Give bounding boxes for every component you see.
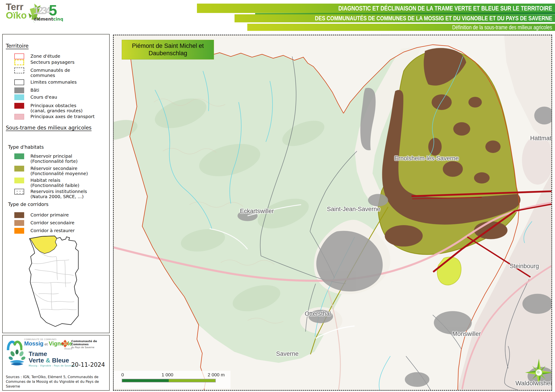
- place-label-waldolwisheim: Waldolwisheim: [515, 380, 552, 387]
- tvb-leaves-icon: [7, 349, 26, 368]
- pays-de-saverne-logo: Communauté de Communes du Pays de Savern…: [60, 339, 109, 350]
- saverne-diamonds-icon: [60, 339, 70, 350]
- corridor-restaurer-swatch: [14, 228, 24, 234]
- scale-bar: 0 1 000 2 000 m: [114, 371, 231, 389]
- legend-label: Réservoir secondaire(Fonctionnalité moye…: [30, 166, 88, 176]
- reservoir-principal-swatch: [14, 153, 24, 159]
- legend-label: Principaux axes de transport: [30, 114, 95, 119]
- element5-five: 5: [49, 2, 57, 19]
- terroiko-oiko: Oïko: [6, 10, 27, 21]
- legend-item-axes: Principaux axes de transport: [14, 114, 108, 125]
- legend-item-obstacles: Principaux obstacles(canal, grandes rout…: [14, 103, 108, 114]
- zone-etude-swatch: [14, 53, 24, 59]
- header: Terr Oïko 12345 élémentcinq DIAGNOSTIC E…: [0, 0, 555, 34]
- bati-swatch: [14, 87, 24, 93]
- banner-line3-text: Définition de la sous-trame des milieux …: [452, 24, 555, 31]
- place-label-eckartswiller: Eckartswiller: [240, 208, 274, 215]
- banner-line3: Définition de la sous-trame des milieux …: [247, 24, 555, 31]
- inset-locator-map: [11, 235, 79, 330]
- place-label-hattmatt: Hattmatt: [530, 135, 552, 142]
- map-canvas: [114, 35, 551, 390]
- legend-item-habitat-relais: Habitat relais(Fonctionnalité faible): [14, 178, 108, 189]
- place-label-monswiller: Monswiller: [452, 330, 481, 337]
- map-sector-title: Piémont de Saint Michel et Daubenschlag: [122, 40, 214, 59]
- scale-bar-first-half: [122, 379, 169, 382]
- legend-label: Corridor à restaurer: [30, 228, 75, 233]
- legend-territoire-title: Territoire: [6, 43, 29, 49]
- terroiko-wordmark: Terr Oïko: [6, 3, 27, 21]
- reservoirs-institutionnels-swatch: [14, 189, 24, 194]
- legend-label: Corridor secondaire: [30, 220, 74, 225]
- legend-corridors-title: Type de corridors: [8, 202, 49, 207]
- legend-label: Limites communales: [30, 80, 77, 85]
- element5-name: élémentcinq: [34, 17, 63, 21]
- legend-label: Cours d'eau: [30, 95, 57, 100]
- credits-panel: communauté de communes Mossig et Vignobl…: [2, 335, 110, 391]
- legend-label: Zone d'étude: [30, 54, 60, 59]
- saverne-wordmark: Communauté de Communes du Pays de Savern…: [71, 340, 109, 349]
- scale-zero: 0: [121, 372, 124, 378]
- element5-logo: 12345 élémentcinq: [34, 2, 63, 21]
- banner-line2-text: DES COMMUNAUTÉS DE COMMUNES DE LA MOSSIG…: [315, 15, 555, 22]
- communautes-communes-swatch: [14, 68, 24, 73]
- mossig-m-icon: [6, 338, 22, 350]
- scale-bar-second-half: [169, 379, 215, 382]
- scale-end: 2 000 m: [208, 372, 225, 378]
- legend-label: Principaux obstacles(canal, grandes rout…: [30, 103, 83, 113]
- legend-label: Corridor primaire: [30, 213, 69, 218]
- secteurs-paysagers-swatch: [14, 59, 24, 65]
- legend-label: Bâti: [30, 88, 39, 93]
- obstacles-swatch: [14, 103, 24, 109]
- place-label-saint-jean-saverne: Saint-Jean-Saverne: [327, 206, 380, 213]
- tvb-wordmark: Trame Verte & Bleue Mossig - Vignoble - …: [29, 349, 75, 368]
- habitat-relais-swatch: [14, 178, 24, 183]
- legend-soustrame-title: Sous-trame des milieux agricoles: [6, 125, 92, 131]
- legend-label: Reservoirs institutionnels(Natura 2000, …: [30, 189, 87, 199]
- trame-verte-bleue-logo: Trame Verte & Bleue Mossig - Vignoble - …: [7, 349, 75, 368]
- place-label-ottersthal: Ottersthal: [305, 310, 331, 317]
- corridor-primaire-swatch: [14, 212, 24, 218]
- place-label-steinbourg: Steinbourg: [510, 263, 539, 270]
- scale-mid: 1 000: [161, 372, 174, 378]
- legend-panel: Territoire Zone d'étude Secteurs paysage…: [2, 34, 110, 333]
- legend-label: Habitat relais(Fonctionnalité faible): [30, 178, 80, 188]
- legend-item-reservoir-principal: Réservoir principal(Fonctionnalité forte…: [14, 153, 108, 165]
- legend-item-reservoir-secondaire: Réservoir secondaire(Fonctionnalité moye…: [14, 166, 108, 177]
- legend-label: Communautés decommunes: [30, 68, 70, 78]
- sources-text: Sources : IGN, TerrOïko, Elément 5, Comm…: [6, 375, 108, 389]
- limites-communales-swatch: [14, 79, 24, 85]
- place-label-ernolsheim: Ernolsheim-lès-Saverne: [394, 155, 459, 162]
- corridor-secondaire-swatch: [14, 220, 24, 226]
- map-frame: Piémont de Saint Michel et Daubenschlag …: [113, 35, 552, 391]
- scale-bar-graphic: [122, 379, 216, 382]
- banner-line2: DES COMMUNAUTÉS DE COMMUNES DE LA MOSSIG…: [234, 14, 555, 22]
- banner-line1-text: DIAGNOSTIC ET DÉCLINAISON DE LA TRAME VE…: [338, 5, 555, 12]
- legend-label: Réservoir principal(Fonctionnalité forte…: [30, 154, 78, 164]
- legend-item-cdc: Communautés decommunes: [14, 68, 108, 79]
- element5-arc-icon: [30, 5, 36, 24]
- banner-line1: DIAGNOSTIC ET DÉCLINAISON DE LA TRAME VE…: [197, 4, 555, 13]
- axes-transport-swatch: [14, 114, 24, 120]
- cours-eau-swatch: [14, 94, 24, 100]
- legend-label: Secteurs paysagers: [30, 60, 74, 65]
- place-label-saverne: Saverne: [276, 350, 299, 357]
- legend-item-reservoirs-institutionnels: Reservoirs institutionnels(Natura 2000, …: [14, 189, 108, 200]
- map-date: 20-11-2024: [71, 361, 105, 368]
- element5-digits: 1234: [34, 5, 49, 16]
- legend-habitats-title: Type d'habitats: [8, 144, 44, 150]
- reservoir-secondaire-swatch: [14, 166, 24, 171]
